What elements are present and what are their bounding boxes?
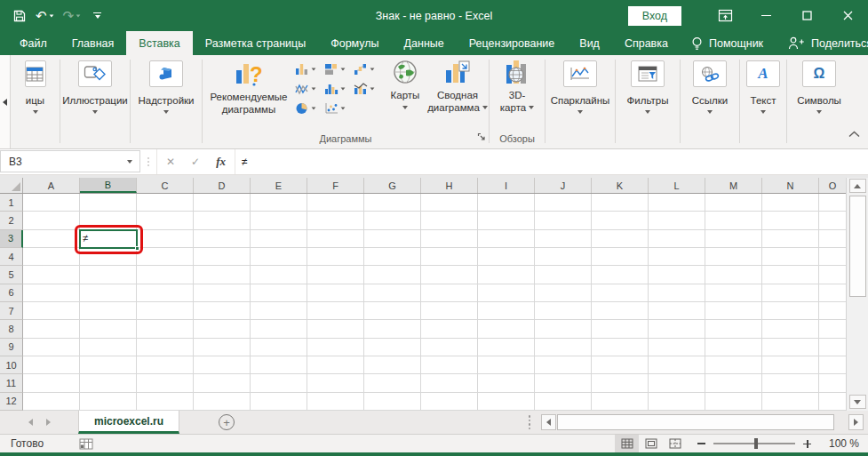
grid-cell[interactable] (137, 320, 194, 338)
grid-cell[interactable] (649, 230, 705, 248)
close-button[interactable] (827, 0, 868, 31)
grid-cell[interactable] (592, 356, 649, 374)
grid-cell[interactable] (307, 393, 364, 411)
grid-cell[interactable] (251, 230, 307, 248)
maximize-button[interactable] (786, 0, 827, 31)
grid-cell[interactable] (137, 230, 194, 248)
grid-cell[interactable] (307, 320, 364, 338)
grid-cell[interactable] (137, 374, 194, 392)
tab-home[interactable]: Главная (60, 31, 127, 55)
row-header[interactable]: 1 (0, 194, 23, 212)
grid-cell[interactable] (137, 212, 194, 229)
grid-cell[interactable] (23, 339, 80, 356)
grid-cell[interactable] (478, 320, 535, 338)
symbols-dropdown-button[interactable]: Ω Символы (797, 55, 841, 132)
waterfall-chart-button[interactable] (354, 60, 383, 79)
grid-cell[interactable] (649, 266, 705, 284)
grid-cell[interactable] (535, 356, 592, 374)
tab-insert[interactable]: Вставка (126, 31, 192, 55)
grid-cell[interactable] (251, 248, 307, 266)
row-header[interactable]: 4 (0, 248, 23, 266)
grid-cell[interactable] (23, 302, 80, 320)
scroll-right-button[interactable] (848, 414, 864, 430)
grid-cell[interactable] (307, 284, 364, 302)
grid-cell[interactable] (80, 393, 137, 411)
grid-cell[interactable] (705, 356, 762, 374)
grid-cell[interactable] (478, 356, 535, 374)
column-header[interactable]: N (762, 178, 819, 193)
grid-cell[interactable] (421, 266, 478, 284)
horizontal-scrollbar-thumb[interactable] (557, 414, 834, 430)
grid-cell[interactable] (478, 266, 535, 284)
grid-cell[interactable] (819, 393, 846, 411)
collapse-ribbon-button[interactable] (848, 128, 860, 140)
combo-chart-button[interactable] (354, 79, 383, 99)
tab-page-layout[interactable]: Разметка страницы (193, 31, 318, 55)
column-header[interactable]: M (705, 178, 762, 193)
column-header[interactable]: C (137, 178, 194, 193)
grid-cell[interactable] (705, 320, 762, 338)
grid-cell[interactable] (819, 356, 846, 374)
grid-cell[interactable] (80, 339, 137, 356)
grid-cell[interactable] (23, 248, 80, 266)
grid-cell[interactable] (23, 212, 80, 229)
grid-cell[interactable] (251, 302, 307, 320)
grid-cell[interactable] (478, 374, 535, 392)
grid-cell[interactable] (251, 320, 307, 338)
grid-cell[interactable] (421, 194, 478, 212)
grid-cell[interactable] (23, 320, 80, 338)
tab-help[interactable]: Справка (612, 31, 681, 55)
grid-cell[interactable] (819, 230, 846, 248)
grid-cell[interactable] (251, 339, 307, 356)
grid-cell[interactable] (819, 374, 846, 392)
new-sheet-button[interactable]: + (219, 414, 235, 430)
column-header[interactable]: E (251, 178, 307, 193)
column-header[interactable]: H (421, 178, 478, 193)
addins-dropdown-button[interactable]: Надстройки (138, 55, 194, 132)
grid-cell[interactable] (421, 284, 478, 302)
grid-cell[interactable] (80, 302, 137, 320)
grid-cell[interactable] (137, 339, 194, 356)
grid-cell[interactable] (592, 194, 649, 212)
grid-cell[interactable] (421, 302, 478, 320)
grid-cell[interactable] (364, 230, 421, 248)
grid-cell[interactable] (762, 374, 819, 392)
grid-cell[interactable] (649, 194, 705, 212)
column-header[interactable]: G (364, 178, 421, 193)
grid-cell[interactable] (819, 248, 846, 266)
scroll-left-button[interactable] (541, 414, 556, 430)
assistant-button[interactable]: Помощник (681, 31, 774, 55)
grid-cell[interactable] (478, 248, 535, 266)
grid-cell[interactable] (364, 248, 421, 266)
grid-cell[interactable] (478, 212, 535, 229)
grid-cell[interactable] (592, 230, 649, 248)
grid-cell[interactable] (251, 212, 307, 229)
macro-record-button[interactable] (79, 438, 93, 450)
grid-cell[interactable] (364, 339, 421, 356)
insert-function-button[interactable]: fx (216, 155, 226, 169)
recommended-charts-button[interactable]: ? Рекомендуемые диаграммы (203, 55, 295, 132)
row-header[interactable]: 3 (0, 230, 23, 248)
grid-cell[interactable] (307, 302, 364, 320)
grid-cell[interactable] (307, 356, 364, 374)
pie-chart-button[interactable] (295, 99, 324, 118)
grid-cell[interactable] (194, 302, 251, 320)
row-header[interactable]: 9 (0, 339, 23, 356)
grid-cell[interactable] (535, 248, 592, 266)
tab-formulas[interactable]: Формулы (318, 31, 391, 55)
filters-dropdown-button[interactable]: Фильтры (627, 55, 669, 132)
grid-cell[interactable] (364, 320, 421, 338)
grid-cell[interactable] (762, 212, 819, 229)
save-button[interactable] (12, 9, 27, 23)
normal-view-button[interactable] (615, 435, 639, 452)
grid-cell[interactable] (592, 339, 649, 356)
grid-cell[interactable] (478, 339, 535, 356)
grid-cell[interactable] (364, 302, 421, 320)
grid-cell[interactable] (251, 356, 307, 374)
grid-cell[interactable] (819, 302, 846, 320)
formula-input[interactable]: ≠ (235, 149, 868, 174)
grid-cell[interactable] (649, 248, 705, 266)
grid-cell[interactable] (251, 374, 307, 392)
grid-cell[interactable] (364, 266, 421, 284)
grid-cell[interactable] (307, 194, 364, 212)
